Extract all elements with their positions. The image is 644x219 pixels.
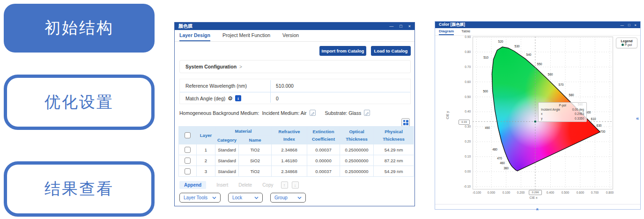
col-category: Category <box>215 136 239 144</box>
cell-layer: 2 <box>197 155 215 166</box>
reference-wavelength-value[interactable]: 510.000 <box>276 83 294 89</box>
maximize-icon[interactable]: □ <box>628 23 630 27</box>
col-physical-thickness: PhysicalThickness <box>374 127 414 144</box>
move-up-icon[interactable]: ↑ <box>281 181 288 189</box>
window-titlebar[interactable]: Color [颜色膜] — □ × <box>435 22 640 28</box>
table-row: 3 Standard TiO2 2.34868 0.00037 0.250000… <box>179 166 414 177</box>
data-point-marker[interactable] <box>534 121 536 123</box>
flow-step-optimization-settings[interactable]: 优化设置 <box>4 75 155 130</box>
cell-name[interactable]: SiO2 <box>239 155 272 166</box>
copy-button[interactable]: Copy <box>262 182 273 188</box>
insert-button[interactable]: Insert <box>216 182 228 188</box>
delete-button[interactable]: Delete <box>238 182 252 188</box>
cell-optical[interactable]: 0.25000000 <box>340 155 374 166</box>
gear-icon[interactable]: ⚙ <box>228 96 233 101</box>
x-tick: 0.400 <box>543 191 557 194</box>
col-extinction-coefficient: ExtinctionCoefficient <box>307 127 340 144</box>
group-dropdown[interactable]: Group <box>270 193 306 203</box>
x-tick: 0.500 <box>558 191 572 194</box>
flow-step-results-view[interactable]: 结果查看 <box>4 161 155 217</box>
import-from-catalog-button[interactable]: Import from Catalog <box>319 46 366 56</box>
svg-text:610: 610 <box>591 117 596 121</box>
cell-physical[interactable]: 54.29 nm <box>374 144 414 155</box>
match-angle-value[interactable]: 0 <box>276 96 279 101</box>
x-tick: 0.700 <box>588 191 602 194</box>
row-checkbox[interactable] <box>185 168 191 174</box>
background-medium-row: Homogeneous Background Medium: Incident … <box>179 110 370 116</box>
tab-version[interactable]: Version <box>282 30 299 41</box>
tab-diagram[interactable]: Diagram <box>439 28 454 35</box>
select-all-checkbox[interactable] <box>185 132 191 138</box>
lock-dropdown[interactable]: Lock <box>228 193 263 203</box>
y-axis-label: CIE y <box>446 106 449 125</box>
tab-layer-design[interactable]: Layer Design <box>179 30 210 41</box>
tab-project-merit-function[interactable]: Project Merit Function <box>222 30 270 41</box>
system-configuration-section[interactable]: System Configuration > <box>179 60 411 73</box>
cell-refractive: 1.46180 <box>272 155 307 166</box>
minimize-icon[interactable]: — <box>389 24 393 29</box>
move-down-icon[interactable]: ↓ <box>292 181 299 189</box>
tab-table[interactable]: Table <box>461 28 470 35</box>
svg-text:480: 480 <box>492 148 497 151</box>
cell-extinction: 0.00000 <box>307 155 340 166</box>
reference-wavelength-label: Reference Wavelength (nm) <box>180 83 247 89</box>
cell-extinction: 0.00037 <box>307 166 340 177</box>
cell-category[interactable]: Standard <box>215 155 239 166</box>
tool-dropdown-bar: Layer Tools Lock Group <box>179 193 306 203</box>
row-checkbox[interactable] <box>185 147 191 153</box>
chevron-down-icon <box>297 196 302 199</box>
cell-name[interactable]: TiO2 <box>239 166 272 177</box>
legend-title: Legend <box>616 39 637 43</box>
cell-layer: 3 <box>197 166 215 177</box>
incident-medium-label: Incident Medium: Air <box>262 110 306 116</box>
dialog-titlebar[interactable]: 颜色膜 — □ × <box>175 23 415 30</box>
info-icon[interactable]: i <box>235 95 241 101</box>
legend: Legend P-pol <box>616 38 637 48</box>
flow-step-initial-structure[interactable]: 初始结构 <box>4 4 155 53</box>
x-tick: 0.100 <box>499 191 513 194</box>
cell-physical[interactable]: 87.22 nm <box>374 155 414 166</box>
cell-category[interactable]: Standard <box>215 144 239 155</box>
x-tick: -0.100 <box>470 191 484 194</box>
y-tick: 0.40 <box>454 110 471 113</box>
y-crosshair-value: 0.33 <box>459 120 470 125</box>
svg-text:540: 540 <box>526 53 532 56</box>
append-button[interactable]: Append <box>179 181 206 189</box>
y-tick: 0.10 <box>454 155 471 158</box>
x-axis-label: CIE x <box>524 196 543 199</box>
close-icon[interactable]: × <box>408 24 411 29</box>
chevron-right-icon: > <box>239 64 242 69</box>
y-tick: 0.60 <box>454 80 471 83</box>
svg-text:560: 560 <box>548 73 553 76</box>
cell-optical[interactable]: 0.25000000 <box>340 166 374 177</box>
maximize-icon[interactable]: □ <box>400 24 402 29</box>
cell-optical[interactable]: 0.25000000 <box>340 144 374 155</box>
svg-text:700: 700 <box>600 130 606 133</box>
load-to-catalog-button[interactable]: Load to Catalog <box>371 46 411 56</box>
x-tick: 0.000 <box>484 191 498 194</box>
flow-step-label: 结果查看 <box>44 178 114 200</box>
cell-physical[interactable]: 54.29 nm <box>374 166 414 177</box>
flow-step-label: 优化设置 <box>44 91 114 113</box>
y-tick: 0.90 <box>454 35 471 38</box>
row-checkbox[interactable] <box>185 158 191 164</box>
cell-name[interactable]: TiO2 <box>239 144 272 155</box>
layer-table: Layer Material RefractiveIndex Extinctio… <box>178 126 414 177</box>
x-tick: 0.600 <box>573 191 587 194</box>
chevron-down-icon <box>212 196 216 199</box>
layer-tools-dropdown[interactable]: Layer Tools <box>179 193 221 203</box>
cell-refractive: 2.34868 <box>272 166 307 177</box>
y-tick: 0.20 <box>454 140 471 143</box>
cell-category[interactable]: Standard <box>215 166 239 177</box>
close-icon[interactable]: × <box>635 23 637 27</box>
edit-incident-medium-icon[interactable] <box>310 110 316 116</box>
collapse-panel-up-icon[interactable]: « <box>535 208 540 211</box>
svg-text:570: 570 <box>559 83 564 86</box>
grid-view-icon[interactable] <box>401 118 410 127</box>
minimize-icon[interactable]: — <box>621 23 624 27</box>
window-title: Color [颜色膜] <box>435 22 465 28</box>
x-tick: 0.200 <box>514 191 528 194</box>
svg-text:490: 490 <box>485 126 490 129</box>
edit-substrate-icon[interactable] <box>364 110 370 116</box>
collapse-panel-left-icon[interactable]: « <box>636 115 639 121</box>
